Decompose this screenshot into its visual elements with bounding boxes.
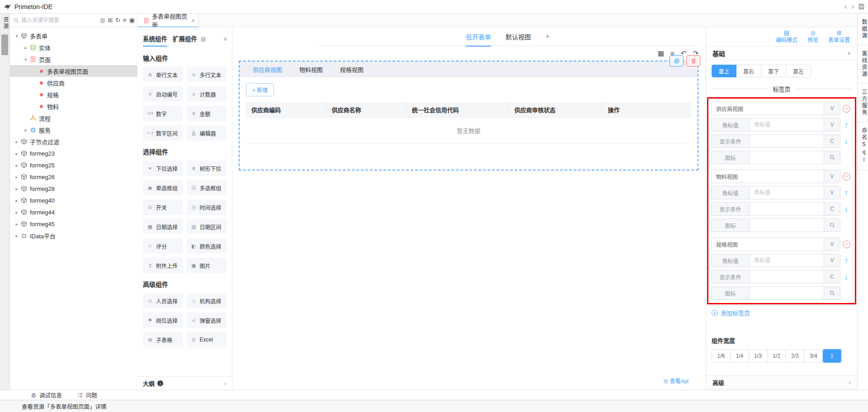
- tree-item[interactable]: 流程: [10, 112, 137, 124]
- variable-suffix-button[interactable]: V: [824, 118, 840, 131]
- variable-suffix-button[interactable]: V: [824, 102, 840, 115]
- condition-input[interactable]: [750, 135, 824, 147]
- collapse-all-icon[interactable]: ≡: [123, 17, 127, 23]
- locate-resource-icon[interactable]: ▣: [129, 17, 135, 23]
- strip-tab-third-party-service[interactable]: 三方服务: [858, 84, 868, 122]
- tab-spec-view[interactable]: 规格视图: [331, 65, 372, 74]
- collapse-icon[interactable]: ▸: [14, 163, 20, 168]
- variable-suffix-button[interactable]: V: [824, 238, 840, 251]
- strip-scrollbar-thumb[interactable]: [1, 34, 8, 55]
- palette-item[interactable]: ◧颜色选择: [187, 238, 227, 254]
- collapse-icon[interactable]: ▸: [23, 45, 29, 50]
- strip-tab-offline-resource[interactable]: 离线资源: [858, 45, 868, 84]
- width-option[interactable]: 1/6: [712, 349, 731, 363]
- add-view-tab-icon[interactable]: +: [545, 33, 549, 41]
- search-icon[interactable]: [824, 219, 840, 232]
- tree-item[interactable]: ▸ formeg26: [10, 171, 137, 183]
- search-icon[interactable]: [824, 151, 840, 164]
- tab-name-input[interactable]: [712, 170, 824, 183]
- icon-input[interactable]: [750, 287, 824, 299]
- chevron-right-icon[interactable]: ›: [224, 380, 226, 387]
- palette-item[interactable]: ⊞子表格: [143, 332, 183, 347]
- tab-low-code-form[interactable]: 低开表单: [466, 27, 491, 46]
- width-option[interactable]: 1/2: [768, 349, 786, 363]
- variable-suffix-button[interactable]: V: [824, 254, 840, 267]
- editor-tab-active[interactable]: 多表单视图页面 ×: [137, 14, 199, 27]
- width-option[interactable]: 2/3: [786, 349, 804, 363]
- palette-item[interactable]: ±计数器: [187, 86, 227, 102]
- align-bottom-button[interactable]: 靠下: [761, 65, 786, 77]
- tree-item[interactable]: ▸ formeg28: [10, 183, 137, 194]
- tab-supplier-view[interactable]: 供应商视图: [244, 65, 291, 74]
- tree-item[interactable]: ▸ formeg40: [10, 194, 137, 206]
- condition-suffix-button[interactable]: C: [824, 203, 840, 215]
- condition-suffix-button[interactable]: C: [824, 135, 840, 147]
- align-top-button[interactable]: 靠上: [712, 65, 736, 77]
- form-settings-button[interactable]: ⊞ 表单设置: [828, 30, 850, 43]
- palette-item[interactable]: ☺人员选择: [143, 293, 183, 308]
- palette-item[interactable]: A单行文本: [143, 67, 183, 82]
- palette-item[interactable]: ⚑岗位选择: [143, 313, 183, 328]
- basic-section-header[interactable]: 基础 ∨: [706, 47, 857, 60]
- tree-item[interactable]: ▾ 页面: [10, 53, 137, 65]
- move-up-icon[interactable]: ↑: [844, 189, 849, 197]
- move-down-icon[interactable]: ↓: [844, 137, 849, 145]
- tree-item[interactable]: 供应商: [10, 77, 137, 89]
- tree-item[interactable]: ▸ ⚙ 服务: [10, 124, 137, 136]
- tab-extended-components[interactable]: 扩展组件: [173, 34, 197, 47]
- palette-item[interactable]: ▱弹窗选择: [187, 313, 227, 328]
- ai-assist-icon[interactable]: ◎: [100, 17, 105, 23]
- move-down-icon[interactable]: ↓: [844, 205, 849, 213]
- collapse-icon[interactable]: ▸: [14, 198, 20, 203]
- remove-tab-icon[interactable]: −: [843, 241, 850, 248]
- strip-tab-datasource[interactable]: 数据源: [858, 14, 868, 45]
- resource-strip-tab[interactable]: 资源: [0, 17, 9, 29]
- collapse-icon[interactable]: ▸: [14, 151, 20, 156]
- collapse-icon[interactable]: ▸: [14, 222, 20, 227]
- tree-item[interactable]: ▸ formeg25: [10, 159, 137, 171]
- palette-item[interactable]: ▣图片: [187, 258, 227, 273]
- icon-input[interactable]: [750, 219, 824, 232]
- tab-system-components[interactable]: 系统组件: [143, 34, 167, 47]
- strip-tab-named-sql[interactable]: 命名Sql: [858, 122, 868, 170]
- collapse-icon[interactable]: ▸: [14, 186, 20, 191]
- palette-item[interactable]: ¥金额: [187, 106, 227, 121]
- remove-tab-icon[interactable]: −: [843, 173, 850, 180]
- palette-item[interactable]: ▥日期区间: [187, 219, 227, 234]
- expand-icon[interactable]: ▾: [14, 33, 20, 38]
- add-tab-page-link[interactable]: + 添加标签页: [712, 308, 852, 317]
- collapse-icon[interactable]: ▸: [14, 210, 20, 215]
- tab-name-input[interactable]: [712, 102, 824, 115]
- outline-row[interactable]: 大纲 i ›: [137, 376, 232, 390]
- palette-item[interactable]: ◉单选框组: [143, 180, 183, 195]
- close-tab-icon[interactable]: ×: [191, 17, 195, 24]
- align-right-button[interactable]: 靠右: [736, 65, 761, 77]
- nav-forward-icon[interactable]: ›: [852, 3, 854, 10]
- collapse-icon[interactable]: ▸: [14, 233, 20, 238]
- nav-back-icon[interactable]: ‹: [844, 3, 847, 10]
- tree-item[interactable]: ▸ ⊡ IData平台: [10, 230, 137, 242]
- palette-item[interactable]: ⋔树形下拉: [187, 161, 227, 176]
- palette-item[interactable]: ☆评分: [143, 238, 183, 254]
- copy-component-button[interactable]: [670, 55, 684, 66]
- badge-value-input[interactable]: [750, 254, 824, 267]
- width-option[interactable]: 1/3: [749, 349, 768, 363]
- width-option[interactable]: 1/4: [731, 349, 749, 363]
- palette-item[interactable]: ▾下拉选择: [143, 161, 183, 176]
- selected-tab-component[interactable]: 供应商视图 物料视图 规格视图 + 新增 供应商编码 供应商名称 统一社会信用代…: [239, 61, 698, 170]
- tree-item[interactable]: ▸ formeg45: [10, 218, 137, 230]
- add-row-button[interactable]: + 新增: [246, 83, 274, 96]
- condition-suffix-button[interactable]: C: [824, 270, 840, 283]
- tree-item[interactable]: ▸ formeg44: [10, 206, 137, 218]
- collapse-icon[interactable]: ▸: [23, 128, 29, 133]
- new-resource-icon[interactable]: ⊞: [108, 17, 113, 23]
- problems-button[interactable]: 问题: [77, 391, 97, 399]
- tree-item[interactable]: ▸ 实体: [10, 42, 137, 53]
- palette-item[interactable]: ⌂机构选择: [187, 293, 227, 308]
- move-up-icon[interactable]: ↑: [844, 121, 849, 129]
- tab-default-view[interactable]: 默认视图: [505, 27, 531, 46]
- collapse-icon[interactable]: ▸: [14, 139, 20, 144]
- tree-item[interactable]: ▸ formeg23: [10, 147, 137, 159]
- chevron-down-icon[interactable]: ∨: [847, 50, 851, 56]
- search-input[interactable]: [21, 17, 100, 24]
